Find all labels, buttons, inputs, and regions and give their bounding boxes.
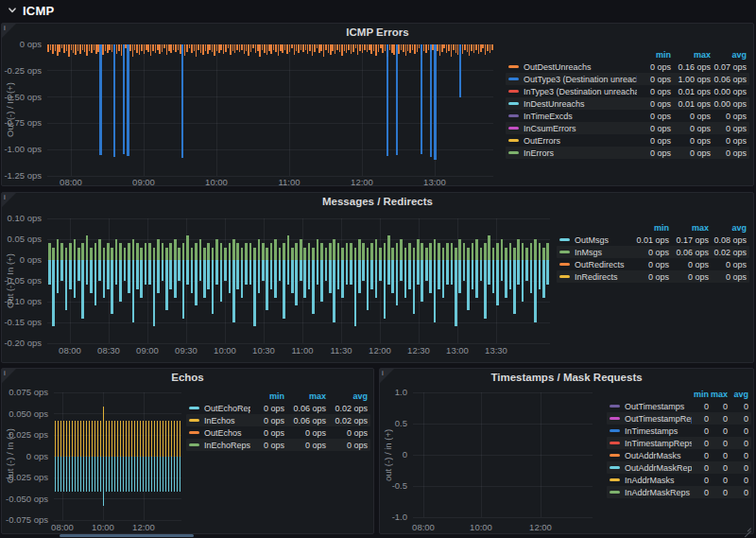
y-axis-tick: 0.5 (380, 419, 407, 428)
y-axis-tick: -1.00 ops (2, 145, 42, 154)
legend-sort-avg[interactable]: avg (326, 391, 368, 401)
legend-min-value: 0 ops (250, 404, 284, 413)
horizontal-scrollbar[interactable] (60, 534, 194, 537)
legend-sort-avg[interactable]: avg (728, 390, 748, 399)
legend-series-label[interactable]: InRedirects (575, 272, 635, 282)
series-color-swatch (189, 443, 199, 446)
legend-series-label[interactable]: OutEchoReps (204, 404, 250, 413)
series-color-swatch (508, 127, 519, 130)
legend-series-label[interactable]: InAddrMasks (625, 476, 692, 485)
legend-avg-value: 0 (728, 414, 748, 424)
row-header-icmp[interactable]: ICMP (0, 0, 756, 21)
panel-timestamps-mask-requests: i Timestamps / Mask Requests out (-) / i… (379, 368, 754, 534)
legend-series-label[interactable]: InTimestampReps (625, 439, 692, 448)
legend-sort-avg[interactable]: avg (709, 223, 747, 233)
legend-row: InEchos0 ops0.06 ops0.02 ops (186, 414, 370, 426)
legend-sort-max[interactable]: max (709, 390, 728, 399)
series-color-swatch (610, 491, 620, 494)
legend-series-label[interactable]: InEchos (204, 416, 250, 425)
legend-min-value: 0 ops (635, 272, 669, 282)
legend-series-label[interactable]: OutTimestampReps (625, 414, 692, 424)
legend-series-label[interactable]: OutAddrMaskReps (625, 463, 692, 473)
legend-series-label[interactable]: OutErrors (524, 136, 637, 146)
legend-series-label[interactable]: OutDestUnreachs (524, 62, 637, 72)
series-color-swatch (610, 442, 620, 444)
legend-series-label[interactable]: InAddrMaskReps (625, 488, 692, 497)
x-axis-tick: 12:00 (351, 178, 373, 187)
legend-min-value: 0 ops (637, 136, 671, 146)
y-axis-tick: -0.5 (380, 481, 407, 491)
y-axis-tick: -0.10 ops (2, 297, 42, 306)
panel-messages-redirects: i Messages / Redirects Out (-) / In (+) … (1, 192, 754, 363)
legend-row: OutTimestamps000 (607, 400, 751, 412)
series-color-swatch (559, 251, 570, 253)
legend-sort-min[interactable]: min (250, 391, 284, 401)
y-axis-tick: 0 (380, 450, 407, 460)
y-axis-tick: 0.075 ops (2, 388, 48, 397)
series-color-swatch (610, 417, 620, 420)
legend-series-label[interactable]: InTimestamps (625, 426, 692, 436)
legend-series-label[interactable]: InCsumErrors (524, 124, 637, 133)
legend-min-value: 0 (692, 463, 709, 473)
legend-min-value: 0 (692, 451, 709, 460)
legend-sort-min[interactable]: min (692, 390, 709, 399)
legend-series-label[interactable]: OutEchos (204, 428, 250, 438)
series-color-swatch (508, 151, 519, 154)
x-axis-tick: 08:00 (412, 523, 435, 532)
legend-row: OutRedirects0 ops0 ops0 ops (557, 258, 749, 270)
legend-avg-value: 0 ops (709, 260, 747, 269)
legend-series-label[interactable]: InErrors (524, 148, 637, 158)
series-color-swatch (508, 90, 519, 93)
legend-avg-value: 0 (728, 451, 748, 460)
legend-avg-value: 0.02 ops (326, 416, 368, 425)
legend-header: minmaxavg (557, 221, 749, 234)
legend-row: OutEchos0 ops0 ops0 ops (186, 426, 370, 439)
legend: minmaxavgOutDestUnreachs0 ops0.16 ops0.0… (506, 48, 749, 159)
y-axis-tick: -1.0 (380, 512, 407, 522)
legend-max-value: 0 ops (284, 428, 326, 438)
legend-sort-max[interactable]: max (669, 223, 709, 233)
legend-min-value: 0 (692, 402, 709, 411)
legend-min-value: 0 (692, 426, 709, 436)
legend-avg-value: 0.08 ops (709, 235, 747, 245)
legend-row: OutErrors0 ops0 ops0 ops (506, 134, 749, 147)
legend-series-label[interactable]: InEchoReps (204, 441, 250, 450)
legend-series-label[interactable]: OutMsgs (575, 235, 635, 245)
legend-max-value: 0 (709, 476, 728, 485)
panel-resize-handle[interactable] (744, 524, 751, 531)
legend-avg-value: 0 (728, 463, 748, 473)
legend-series-label[interactable]: OutTimestamps (625, 402, 692, 411)
legend-min-value: 0 ops (635, 248, 669, 257)
series-color-swatch (189, 431, 199, 434)
y-axis-tick: 0 ops (2, 40, 42, 49)
legend-max-value: 0 ops (671, 148, 711, 158)
legend-max-value: 1.00 ops (671, 75, 711, 84)
legend-sort-avg[interactable]: avg (711, 50, 747, 60)
x-axis-tick: 11:30 (330, 346, 352, 356)
legend-series-label[interactable]: OutRedirects (575, 260, 635, 269)
legend-series-label[interactable]: InMsgs (575, 248, 635, 257)
legend-avg-value: 0 (728, 426, 748, 436)
series-color-swatch (559, 263, 570, 266)
legend-series-label[interactable]: OutType3 (Destination unreachable) (524, 75, 637, 84)
legend-row: InAddrMaskReps000 (607, 486, 751, 498)
legend-min-value: 0 ops (637, 62, 671, 72)
x-axis-tick: 10:30 (252, 346, 275, 356)
legend-sort-min[interactable]: min (637, 50, 671, 60)
legend: minmaxavgOutMsgs0.01 ops0.17 ops0.08 ops… (557, 221, 749, 283)
legend-series-label[interactable]: InType3 (Destination unreachable) (524, 87, 637, 96)
legend-sort-max[interactable]: max (671, 50, 711, 60)
legend-row: OutAddrMasks000 (607, 449, 751, 461)
legend-sort-max[interactable]: max (284, 391, 326, 401)
y-axis-tick: -0.25 ops (2, 66, 42, 76)
legend-header: minmaxavg (506, 48, 749, 61)
legend-sort-min[interactable]: min (635, 223, 669, 233)
chevron-down-icon (8, 6, 17, 15)
legend-min-value: 0 (692, 439, 709, 448)
legend-series-label[interactable]: InDestUnreachs (524, 99, 637, 109)
x-axis-tick: 08:00 (60, 178, 82, 187)
legend-series-label[interactable]: InTimeExcds (524, 112, 637, 121)
legend-avg-value: 0.00 ops (711, 99, 747, 109)
legend-series-label[interactable]: OutAddrMasks (625, 451, 692, 460)
legend-max-value: 0 (709, 402, 728, 411)
